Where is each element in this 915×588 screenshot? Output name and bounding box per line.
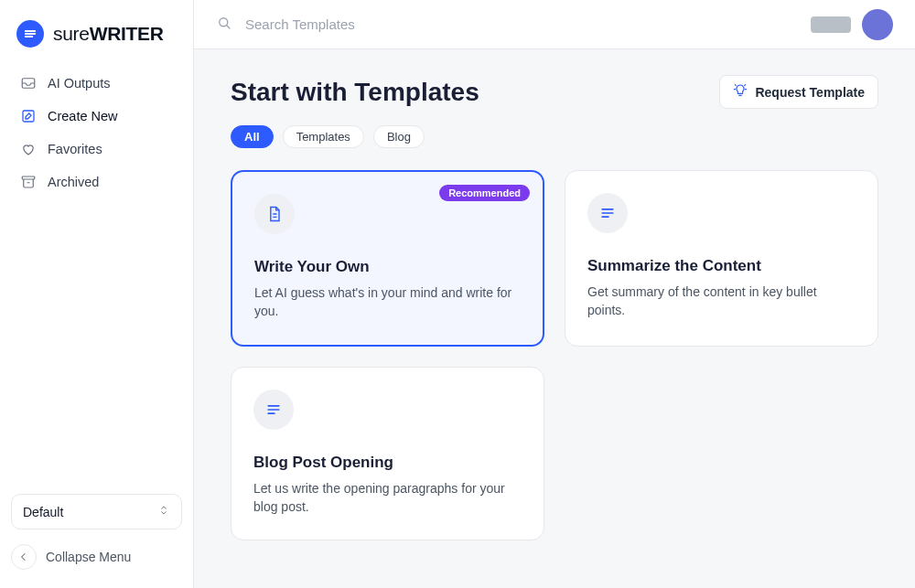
- brand-wordmark: sureWRITER: [53, 23, 164, 45]
- heart-icon: [20, 141, 37, 157]
- brand-mark-icon: [16, 20, 44, 48]
- document-icon: [254, 194, 295, 234]
- sidebar-item-create-new[interactable]: Create New: [11, 101, 182, 132]
- template-desc: Let AI guess what's in your mind and wri…: [254, 283, 521, 321]
- workspace-selector[interactable]: Default: [11, 494, 182, 529]
- search-wrap: [216, 15, 800, 35]
- chevron-left-icon: [11, 544, 37, 570]
- svg-rect-1: [23, 111, 34, 122]
- recommended-badge: Recommended: [439, 185, 530, 201]
- template-title: Summarize the Content: [587, 257, 856, 275]
- search-input[interactable]: [243, 16, 800, 33]
- sidebar-item-label: Create New: [48, 109, 118, 123]
- svg-rect-2: [22, 176, 35, 179]
- inbox-icon: [20, 75, 37, 91]
- template-desc: Let us write the opening paragraphs for …: [253, 479, 522, 517]
- sidebar-item-archived[interactable]: Archived: [11, 166, 182, 198]
- sidebar-item-label: Archived: [48, 175, 99, 189]
- sidebar-item-label: Favorites: [48, 142, 102, 156]
- sidebar: sureWRITER AI Outputs: [0, 0, 194, 588]
- template-title: Write Your Own: [254, 258, 521, 276]
- content: Start with Templates Request Template Al…: [194, 49, 915, 588]
- sidebar-nav: AI Outputs Create New Favorites: [11, 68, 182, 198]
- template-card-blog-opening[interactable]: Blog Post Opening Let us write the openi…: [231, 367, 544, 541]
- archive-icon: [20, 174, 37, 190]
- request-template-label: Request Template: [755, 85, 865, 100]
- workspace-selector-label: Default: [23, 505, 63, 519]
- topbar: [194, 0, 915, 49]
- main-region: Start with Templates Request Template Al…: [194, 0, 915, 588]
- template-card-write-your-own[interactable]: Recommended Write Your Own Let AI guess …: [231, 170, 544, 347]
- user-name-placeholder: [811, 16, 851, 33]
- page-title: Start with Templates: [231, 78, 479, 107]
- brand-logo[interactable]: sureWRITER: [11, 16, 182, 64]
- filter-templates[interactable]: Templates: [283, 125, 364, 148]
- collapse-menu-label: Collapse Menu: [46, 550, 131, 564]
- request-template-button[interactable]: Request Template: [719, 75, 878, 109]
- chevrons-updown-icon: [157, 504, 170, 519]
- collapse-menu[interactable]: Collapse Menu: [11, 544, 182, 570]
- filter-blog[interactable]: Blog: [373, 125, 425, 148]
- filter-all[interactable]: All: [231, 125, 274, 148]
- template-title: Blog Post Opening: [253, 454, 522, 472]
- template-grid: Recommended Write Your Own Let AI guess …: [231, 170, 878, 540]
- sidebar-item-ai-outputs[interactable]: AI Outputs: [11, 68, 182, 99]
- list-icon: [587, 193, 628, 233]
- edit-icon: [20, 108, 37, 124]
- filter-pills: All Templates Blog: [231, 125, 878, 148]
- sidebar-item-label: AI Outputs: [48, 76, 111, 91]
- template-card-summarize[interactable]: Summarize the Content Get summary of the…: [565, 170, 878, 347]
- search-icon: [216, 15, 232, 35]
- list-icon: [253, 390, 294, 430]
- lightbulb-icon: [733, 83, 748, 101]
- sidebar-item-favorites[interactable]: Favorites: [11, 134, 182, 165]
- avatar[interactable]: [862, 9, 893, 40]
- svg-point-3: [220, 17, 228, 26]
- template-desc: Get summary of the content in key bullet…: [587, 283, 856, 320]
